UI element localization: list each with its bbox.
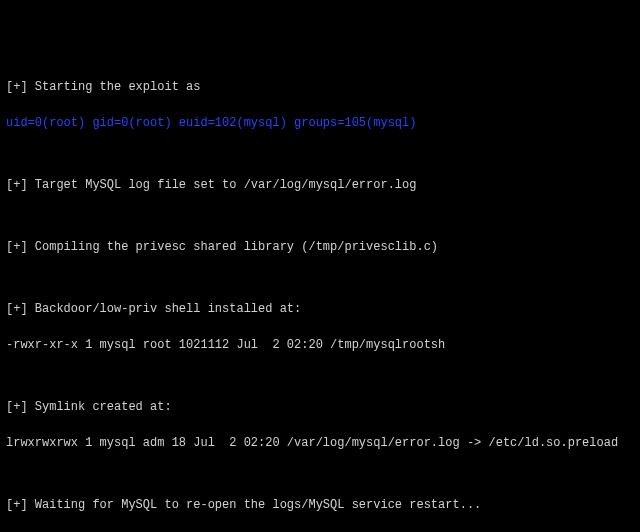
spacer: [6, 372, 634, 380]
terminal-line: [+] Compiling the privesc shared library…: [6, 238, 634, 256]
spacer: [6, 212, 634, 220]
terminal-line: lrwxrwxrwx 1 mysql adm 18 Jul 2 02:20 /v…: [6, 434, 634, 452]
terminal-line: -rwxr-xr-x 1 mysql root 1021112 Jul 2 02…: [6, 336, 634, 354]
spacer: [6, 150, 634, 158]
spacer: [6, 274, 634, 282]
terminal-line: [+] Target MySQL log file set to /var/lo…: [6, 176, 634, 194]
terminal-line: [+] Waiting for MySQL to re-open the log…: [6, 496, 634, 514]
terminal-line: [+] Backdoor/low-priv shell installed at…: [6, 300, 634, 318]
terminal-line: [+] Symlink created at:: [6, 398, 634, 416]
terminal-line-uid: uid=0(root) gid=0(root) euid=102(mysql) …: [6, 114, 634, 132]
terminal-line: [+] Starting the exploit as: [6, 78, 634, 96]
spacer: [6, 470, 634, 478]
